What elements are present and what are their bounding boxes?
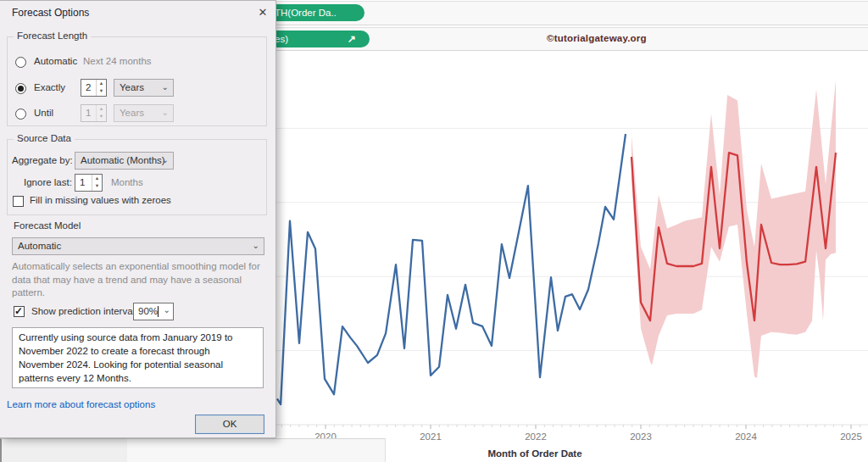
- exactly-value-stepper[interactable]: 2 ▲▼: [81, 79, 107, 97]
- radio-automatic[interactable]: [15, 57, 26, 68]
- chevron-down-icon: ⌄: [164, 305, 170, 314]
- fill-zeroes-label: Fill in missing values with zeroes: [30, 195, 171, 205]
- automatic-note: Next 24 months: [83, 56, 152, 66]
- chevron-down-icon: ⌄: [162, 79, 169, 95]
- stepper-value: 2: [86, 82, 91, 92]
- radio-exactly[interactable]: [15, 83, 26, 94]
- data-pane-fragment: [0, 438, 127, 462]
- ignore-last-unit: Months: [111, 177, 143, 187]
- model-description: Automatically selects an exponential smo…: [12, 260, 268, 300]
- show-prediction-intervals-label: Show prediction intervals: [31, 306, 140, 316]
- learn-more-link[interactable]: Learn more about forecast options: [7, 399, 155, 409]
- ignore-last-label: Ignore last:: [24, 177, 72, 187]
- aggregate-by-select[interactable]: Automatic (Months) ⌄: [75, 152, 174, 170]
- select-value: Automatic: [18, 241, 61, 251]
- forecast-length-label: Forecast Length: [14, 31, 91, 41]
- stepper-value: 1: [80, 177, 85, 187]
- forecast-summary-box: Currently using source data from January…: [12, 327, 264, 388]
- radio-until[interactable]: [15, 109, 26, 120]
- ok-button[interactable]: OK: [195, 415, 264, 434]
- svg-text:2023: 2023: [630, 431, 652, 442]
- x-axis-ticks: [281, 425, 860, 429]
- prediction-interval-band: [632, 81, 836, 378]
- fill-zeroes-checkbox[interactable]: [13, 196, 24, 207]
- svg-text:2025: 2025: [840, 431, 862, 442]
- forecast-options-dialog: Forecast Options ✕ Forecast Length Autom…: [0, 0, 276, 438]
- forecast-model-select[interactable]: Automatic ⌄: [12, 237, 264, 255]
- radio-exactly-label: Exactly: [34, 82, 65, 92]
- x-axis-title: Month of Order Date: [450, 448, 620, 459]
- aggregate-by-label: Aggregate by:: [12, 155, 73, 165]
- chevron-down-icon: ⌄: [162, 152, 169, 168]
- stepper-arrows-icon[interactable]: ▲▼: [92, 175, 102, 191]
- select-value: Years: [120, 82, 144, 92]
- prediction-interval-combobox[interactable]: 90% ⌄: [133, 303, 174, 320]
- until-value-stepper: 1 ▲▼: [81, 104, 107, 122]
- actual-series-line: [277, 134, 626, 404]
- text-caret: [158, 306, 159, 317]
- radio-until-label: Until: [34, 108, 53, 118]
- marks-card-fragment: [127, 438, 386, 462]
- chevron-down-icon: ⌄: [162, 104, 169, 120]
- svg-text:2021: 2021: [420, 431, 442, 442]
- stepper-arrows-icon: ▲▼: [96, 105, 106, 121]
- select-value: Automatic (Months): [81, 155, 165, 165]
- source-data-label: Source Data: [14, 133, 75, 143]
- select-value: Years: [120, 108, 144, 118]
- dialog-title: Forecast Options: [12, 7, 89, 19]
- ignore-last-stepper[interactable]: 1 ▲▼: [75, 174, 103, 192]
- combobox-value: 90%: [138, 306, 158, 316]
- x-axis-tick-labels: 202020212022202320242025: [314, 431, 862, 442]
- svg-text:2022: 2022: [525, 431, 547, 442]
- stepper-arrows-icon[interactable]: ▲▼: [96, 80, 106, 96]
- until-unit-select: Years ⌄: [114, 104, 174, 122]
- forecast-model-label: Forecast Model: [14, 220, 81, 231]
- chevron-down-icon: ⌄: [253, 237, 259, 253]
- exactly-unit-select[interactable]: Years ⌄: [114, 79, 174, 97]
- svg-text:2024: 2024: [735, 431, 757, 442]
- close-icon[interactable]: ✕: [254, 4, 271, 21]
- show-prediction-intervals-checkbox[interactable]: [14, 306, 25, 317]
- stepper-value: 1: [86, 108, 91, 118]
- radio-automatic-label: Automatic: [34, 56, 77, 66]
